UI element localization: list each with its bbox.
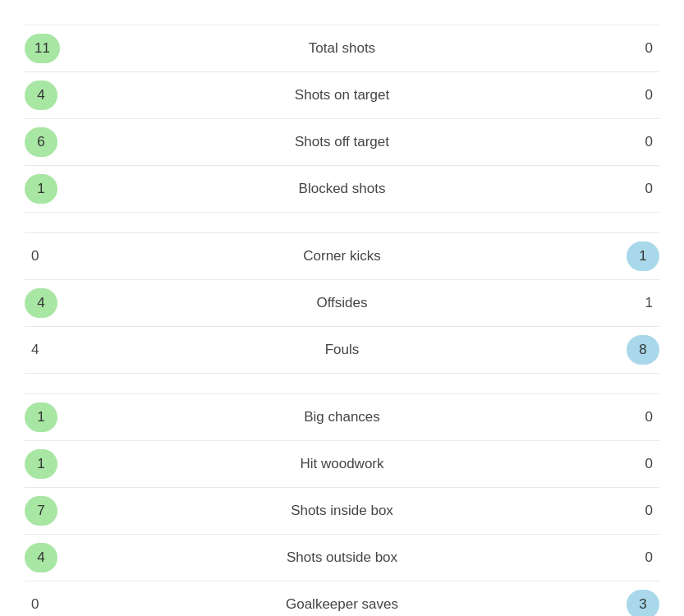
stat-badge-left: 7 xyxy=(25,496,57,526)
stat-value-right: 0 xyxy=(577,181,659,197)
stats-group-2: 1Big chances01Hit woodwork07Shots inside… xyxy=(25,393,659,616)
stat-badge-right: 8 xyxy=(627,335,659,365)
stat-label: Fouls xyxy=(107,342,577,358)
stat-badge-left: 4 xyxy=(25,80,57,110)
stat-value-left: 4 xyxy=(25,288,107,318)
stat-value-left: 11 xyxy=(25,34,107,63)
stat-badge-left: 1 xyxy=(25,449,57,479)
stat-plain-value-left: 0 xyxy=(25,248,45,264)
stat-label: Shots inside box xyxy=(107,503,577,519)
stat-label: Blocked shots xyxy=(107,181,577,197)
stat-badge-left: 11 xyxy=(25,34,60,63)
stat-badge-right: 3 xyxy=(627,590,659,616)
stat-row: 0Goalkeeper saves3 xyxy=(25,582,659,616)
stat-label: Shots on target xyxy=(107,87,577,103)
stat-value-left: 0 xyxy=(25,596,107,613)
stat-plain-value-right: 0 xyxy=(639,456,659,472)
stat-label: Total shots xyxy=(107,40,577,57)
stat-label: Corner kicks xyxy=(107,248,577,264)
stat-badge-left: 1 xyxy=(25,174,57,204)
stat-plain-value-right: 0 xyxy=(639,181,659,197)
stat-row: 11Total shots0 xyxy=(25,25,659,72)
stat-label: Offsides xyxy=(107,295,577,311)
stat-label: Shots off target xyxy=(107,134,577,150)
stat-row: 4Offsides1 xyxy=(25,280,659,327)
stat-badge-left: 6 xyxy=(25,127,57,157)
stat-value-right: 0 xyxy=(577,134,659,150)
stat-value-left: 1 xyxy=(25,449,107,479)
stat-value-right: 0 xyxy=(577,456,659,472)
stat-row: 0Corner kicks1 xyxy=(25,232,659,280)
stat-plain-value-right: 0 xyxy=(639,87,659,103)
stat-row: 7Shots inside box0 xyxy=(25,488,659,535)
stat-value-left: 6 xyxy=(25,127,107,157)
stat-row: 1Blocked shots0 xyxy=(25,166,659,213)
stat-value-right: 0 xyxy=(577,549,659,566)
stat-plain-value-right: 0 xyxy=(639,134,659,150)
stat-label: Hit woodwork xyxy=(107,456,577,472)
stats-container: 11Total shots04Shots on target06Shots of… xyxy=(0,16,684,616)
stat-plain-value-right: 0 xyxy=(639,40,659,57)
stat-plain-value-right: 1 xyxy=(639,295,659,311)
stats-group-1: 0Corner kicks14Offsides14Fouls8 xyxy=(25,232,659,374)
stat-value-right: 0 xyxy=(577,87,659,103)
stat-value-right: 1 xyxy=(577,295,659,311)
stat-row: 4Fouls8 xyxy=(25,327,659,374)
stat-row: 6Shots off target0 xyxy=(25,119,659,166)
stat-value-left: 1 xyxy=(25,174,107,204)
stat-value-left: 1 xyxy=(25,402,107,432)
stat-value-left: 4 xyxy=(25,80,107,110)
stat-plain-value-left: 0 xyxy=(25,596,45,613)
stat-plain-value-left: 4 xyxy=(25,342,45,358)
stat-row: 1Hit woodwork0 xyxy=(25,441,659,488)
stat-row: 4Shots on target0 xyxy=(25,72,659,119)
stat-badge-right: 1 xyxy=(627,241,659,271)
stat-value-right: 0 xyxy=(577,409,659,425)
stat-badge-left: 4 xyxy=(25,543,57,572)
stat-badge-left: 1 xyxy=(25,402,57,432)
stats-group-0: 11Total shots04Shots on target06Shots of… xyxy=(25,25,659,213)
stat-badge-left: 4 xyxy=(25,288,57,318)
stat-plain-value-right: 0 xyxy=(639,549,659,566)
stat-value-right: 1 xyxy=(577,241,659,271)
stat-value-left: 4 xyxy=(25,543,107,572)
stat-value-left: 7 xyxy=(25,496,107,526)
stat-label: Big chances xyxy=(107,409,577,425)
stat-plain-value-right: 0 xyxy=(639,409,659,425)
stat-row: 4Shots outside box0 xyxy=(25,535,659,582)
stat-value-right: 3 xyxy=(577,590,659,616)
stat-row: 1Big chances0 xyxy=(25,393,659,441)
stat-plain-value-right: 0 xyxy=(639,503,659,519)
stat-value-right: 0 xyxy=(577,40,659,57)
stat-value-right: 8 xyxy=(577,335,659,365)
stat-label: Shots outside box xyxy=(107,549,577,566)
stat-value-right: 0 xyxy=(577,503,659,519)
stat-value-left: 0 xyxy=(25,248,107,264)
stat-label: Goalkeeper saves xyxy=(107,596,577,613)
stat-value-left: 4 xyxy=(25,342,107,358)
